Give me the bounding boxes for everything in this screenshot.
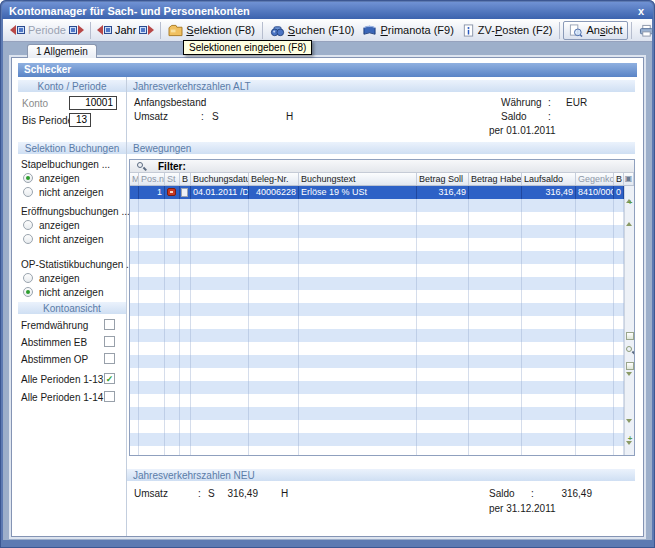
ansicht-button[interactable]: Ansicht: [563, 21, 627, 40]
cell-empty: [165, 394, 180, 407]
table-row-empty[interactable]: [130, 381, 624, 394]
primanota-button[interactable]: Primanota (F9): [358, 21, 457, 40]
column-chooser-icon[interactable]: ▣: [624, 173, 634, 185]
scroll-up-icon[interactable]: [626, 210, 634, 218]
cell-empty: [139, 381, 165, 394]
cell-empty: [139, 212, 165, 225]
table-row-empty[interactable]: [130, 212, 624, 225]
radio-stapel-anzeigen[interactable]: [23, 173, 33, 183]
table-row-empty[interactable]: [130, 446, 624, 456]
radio-label: anzeigen: [39, 173, 80, 184]
cell-empty: [299, 381, 417, 394]
column-header-buchungsdatum[interactable]: Buchungsdatum: [191, 173, 249, 185]
cell-empty: [299, 238, 417, 251]
scroll-bottom-icon[interactable]: [626, 445, 634, 453]
suchen-button[interactable]: Suchen (F10): [266, 21, 359, 40]
radio-op-nicht-anzeigen[interactable]: [23, 287, 33, 297]
table-row-empty[interactable]: [130, 264, 624, 277]
cell-empty: [180, 238, 191, 251]
column-header-st[interactable]: St: [165, 173, 180, 185]
bis-periode-input[interactable]: 13: [69, 113, 91, 127]
table-row-empty[interactable]: [130, 277, 624, 290]
column-header-m[interactable]: M: [130, 173, 139, 185]
cell-empty: [249, 355, 299, 368]
column-header-b[interactable]: B: [614, 173, 624, 185]
waehrung-label: Währung: [501, 97, 542, 108]
column-header-beleg-nr-[interactable]: Beleg-Nr.: [249, 173, 299, 185]
column-header-laufsaldo[interactable]: Laufsaldo: [522, 173, 576, 185]
cell-empty: [130, 303, 139, 316]
tab-allgemein[interactable]: 1 Allgemein: [27, 44, 97, 58]
table-row-empty[interactable]: [130, 329, 624, 342]
cell-empty: [191, 264, 249, 277]
zoom-icon[interactable]: [626, 346, 634, 354]
column-header-betrag-haben[interactable]: Betrag Haben: [469, 173, 522, 185]
insert-row-icon[interactable]: +: [626, 199, 634, 207]
table-row-empty[interactable]: [130, 238, 624, 251]
cell-empty: [165, 342, 180, 355]
filter-row[interactable]: Filter:: [130, 160, 634, 173]
cell-empty: [249, 381, 299, 394]
cell-empty: [299, 199, 417, 212]
sum-icon[interactable]: [626, 362, 634, 370]
selektion-button[interactable]: Selektion (F8): [164, 21, 258, 40]
checkbox-fremdwaehrung[interactable]: [104, 319, 115, 330]
cell-empty: [614, 225, 624, 238]
colon: :: [548, 97, 551, 108]
close-button[interactable]: x: [636, 5, 646, 17]
arrow-left-icon: [10, 25, 16, 35]
checkbox-abstimmen-eb[interactable]: [104, 336, 115, 347]
cell-empty: [191, 394, 249, 407]
cell-empty: [469, 355, 522, 368]
column-header-buchungstext[interactable]: Buchungstext: [299, 173, 417, 185]
column-header-betrag-soll[interactable]: Betrag Soll: [417, 173, 469, 185]
table-row-empty[interactable]: [130, 368, 624, 381]
scroll-top-icon[interactable]: [626, 187, 634, 195]
year-box-icon: [104, 26, 112, 34]
cell-empty: [180, 199, 191, 212]
checkbox-label-abstimmen-op: Abstimmen OP: [21, 354, 88, 365]
filter-funnel-icon[interactable]: [626, 376, 634, 384]
column-header-pos-nr[interactable]: Pos.nr: [139, 173, 165, 185]
column-header-b[interactable]: B: [180, 173, 191, 185]
cell-empty: [614, 316, 624, 329]
checkbox-alle-perioden-1-13[interactable]: [104, 373, 115, 384]
radio-op-anzeigen[interactable]: [23, 273, 33, 283]
zv-posten-button[interactable]: ZV-Posten (F2): [458, 21, 557, 40]
jahr-next-button[interactable]: [138, 24, 155, 36]
jahr-prev-button[interactable]: [96, 24, 113, 36]
konto-input[interactable]: 10001: [69, 96, 117, 110]
table-row-empty[interactable]: [130, 290, 624, 303]
column-header-gegenkonto[interactable]: Gegenkonto: [576, 173, 614, 185]
table-row[interactable]: 104.01.2011 /Di40006228Erlöse 19 % USt31…: [130, 186, 624, 199]
radio-eroeffnung-anzeigen[interactable]: [23, 220, 33, 230]
drucken-button[interactable]: Drucken: [635, 21, 655, 40]
table-row-empty[interactable]: [130, 225, 624, 238]
table-row-empty[interactable]: [130, 342, 624, 355]
cell-empty: [522, 368, 576, 381]
cell-empty: [522, 394, 576, 407]
cell-empty: [191, 277, 249, 290]
periode-prev-button[interactable]: [9, 24, 26, 36]
scroll-down-icon[interactable]: [626, 423, 634, 431]
cell-empty: [417, 342, 469, 355]
table-row-empty[interactable]: [130, 316, 624, 329]
radio-stapel-nicht-anzeigen[interactable]: [23, 187, 33, 197]
cell-empty: [130, 368, 139, 381]
table-row-empty[interactable]: [130, 394, 624, 407]
table-row-empty[interactable]: [130, 407, 624, 420]
table-row-empty[interactable]: [130, 433, 624, 446]
table-row-empty[interactable]: [130, 355, 624, 368]
table-row-empty[interactable]: [130, 420, 624, 433]
checkbox-abstimmen-op[interactable]: [104, 353, 115, 364]
periode-next-button[interactable]: [68, 24, 85, 36]
radio-eroeffnung-nicht-anzeigen[interactable]: [23, 234, 33, 244]
checkbox-alle-perioden-1-14[interactable]: [104, 391, 115, 402]
table-row-empty[interactable]: [130, 251, 624, 264]
column-select-icon[interactable]: [626, 332, 634, 340]
cell-empty: [139, 264, 165, 277]
table-row-empty[interactable]: [130, 303, 624, 316]
table-row-empty[interactable]: [130, 199, 624, 212]
cell-empty: [165, 420, 180, 433]
cell-empty: [469, 251, 522, 264]
